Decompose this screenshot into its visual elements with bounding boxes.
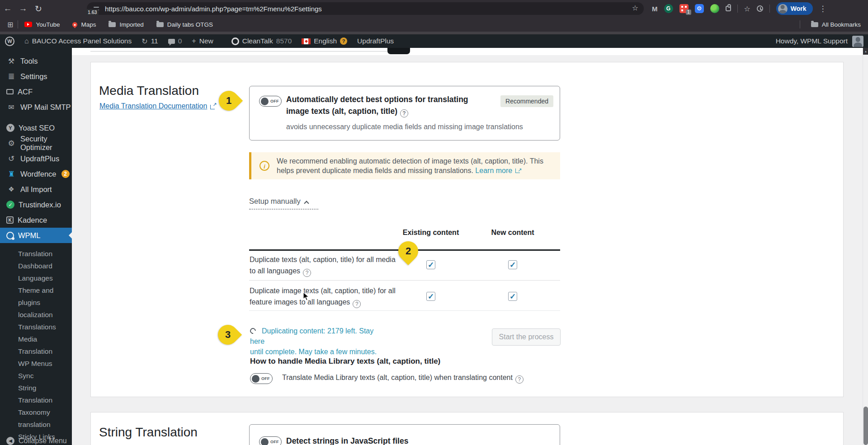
forward-icon[interactable]: → bbox=[15, 4, 31, 14]
sidebar-item-yoast-seo[interactable]: Yoast SEO bbox=[0, 120, 72, 136]
sidebar-item-all-import[interactable]: All Import bbox=[0, 182, 72, 197]
rate-badge: 1.63 bbox=[86, 9, 99, 15]
sidebar-item-tools[interactable]: Tools bbox=[0, 53, 72, 69]
cleantalk-menu[interactable]: CleanTalk 8570 bbox=[226, 34, 297, 48]
apps-grid-icon[interactable]: ⊞ bbox=[7, 20, 13, 29]
submenu-translation-dashboard[interactable]: Translation Dashboard bbox=[0, 248, 72, 272]
collapse-label: Collapse Menu bbox=[19, 437, 67, 445]
checkbox-existing-feature-images[interactable] bbox=[426, 292, 435, 301]
updraftplus-menu[interactable]: UpdraftPlus bbox=[352, 34, 399, 48]
menu-label: Wordfence bbox=[20, 170, 57, 178]
folder-icon bbox=[811, 22, 818, 27]
bookmark-imported[interactable]: Imported bbox=[108, 21, 143, 28]
side-panel-star-icon[interactable]: ☆ bbox=[744, 5, 750, 13]
media-translation-documentation-link[interactable]: Media Translation Documentation bbox=[99, 102, 216, 110]
all-bookmarks-button[interactable]: All Bookmarks bbox=[811, 21, 861, 28]
monica-extension-icon[interactable]: M bbox=[652, 5, 658, 13]
extensions-puzzle-icon[interactable] bbox=[726, 6, 731, 11]
new-content-menu[interactable]: + New bbox=[187, 34, 218, 48]
auto-detect-toggle[interactable]: OFF bbox=[259, 96, 282, 107]
media-translation-section: Media Translation Media Translation Docu… bbox=[90, 62, 844, 397]
help-icon[interactable]: ? bbox=[400, 109, 408, 117]
updates-count: 11 bbox=[151, 37, 158, 45]
sidebar-item-wpml[interactable]: WPML bbox=[0, 228, 72, 243]
url-bar[interactable]: https://bauco.com/wp-admin/admin.php?pag… bbox=[87, 2, 644, 15]
media-library-heading: How to handle Media Library texts (alt, … bbox=[250, 357, 440, 366]
help-icon[interactable]: ? bbox=[303, 269, 311, 277]
help-icon[interactable]: ? bbox=[353, 300, 361, 308]
external-link-icon bbox=[210, 103, 216, 109]
extension-badge: 1 bbox=[686, 9, 691, 15]
comments-menu[interactable]: 0 bbox=[163, 34, 187, 48]
sidebar-item-security-optimizer[interactable]: Security Optimizer bbox=[0, 136, 72, 151]
acf-icon bbox=[6, 89, 14, 94]
help-icon[interactable]: ? bbox=[515, 375, 524, 384]
sidebar-item-kadence[interactable]: Kadence bbox=[0, 212, 72, 228]
bookmark-youtube[interactable]: YouTube bbox=[24, 21, 60, 28]
sidebar-item-settings[interactable]: Settings bbox=[0, 69, 72, 84]
submenu-media-translation[interactable]: Media Translation bbox=[0, 333, 72, 357]
scrollbar-thumb[interactable] bbox=[863, 407, 868, 445]
account-menu[interactable]: Howdy, WPML Support bbox=[776, 36, 863, 47]
plus-icon: + bbox=[192, 37, 196, 45]
sidebar-item-trustindex[interactable]: Trustindex.io bbox=[0, 197, 72, 212]
media-library-toggle[interactable]: OFF bbox=[250, 373, 273, 384]
browser-menu-icon[interactable]: ⋮ bbox=[819, 4, 827, 14]
scrolled-element-remnant bbox=[387, 48, 410, 54]
divider bbox=[737, 5, 738, 13]
kadence-icon bbox=[6, 216, 14, 224]
back-icon[interactable]: ← bbox=[0, 4, 15, 14]
grammarly-extension-icon[interactable]: G bbox=[664, 4, 673, 13]
sidebar-item-acf[interactable]: ACF bbox=[0, 84, 72, 99]
comments-icon bbox=[168, 39, 175, 44]
browser-profile-button[interactable]: Work bbox=[776, 2, 813, 15]
sidebar-item-updraftplus[interactable]: UpdraftPlus bbox=[0, 151, 72, 166]
external-link-icon bbox=[515, 167, 521, 173]
setup-manually-link[interactable]: Setup manually bbox=[249, 197, 318, 210]
sidebar-item-wp-mail-smtp[interactable]: WP Mail SMTP bbox=[0, 99, 72, 115]
updates-menu[interactable]: ↻ 11 bbox=[137, 34, 163, 48]
duplicating-status-link[interactable]: Duplicating content: 2179 left. Stay her… bbox=[250, 326, 386, 357]
screen: ← → ↻ https://bauco.com/wp-admin/admin.p… bbox=[0, 0, 868, 445]
site-name-menu[interactable]: ⌂ BAUCO Access Panel Solutions bbox=[19, 34, 137, 48]
currency-extension-icon[interactable] bbox=[710, 4, 719, 13]
submenu-theme-plugins-localization[interactable]: Theme and plugins localization bbox=[0, 284, 72, 321]
red-extension-icon[interactable]: 1 bbox=[679, 4, 689, 13]
submenu-string-translation[interactable]: String Translation bbox=[0, 382, 72, 406]
language-menu[interactable]: English ? bbox=[297, 34, 352, 48]
settings-extension-icon[interactable]: ⚙ bbox=[695, 4, 704, 13]
extensions-row: M G 1 ⚙ ☆ Work ⋮ bbox=[652, 0, 827, 17]
menu-label: WP Mail SMTP bbox=[20, 103, 71, 112]
start-process-button[interactable]: Start the process bbox=[492, 328, 561, 346]
checkbox-new-feature-images[interactable] bbox=[508, 292, 517, 301]
submenu-translations[interactable]: Translations bbox=[0, 321, 72, 333]
bookmark-daily-tabs-otgs[interactable]: Daily tabs OTGS bbox=[156, 21, 213, 28]
detect-strings-toggle[interactable]: OFF bbox=[259, 436, 282, 445]
reload-icon[interactable]: ↻ bbox=[31, 4, 46, 14]
bookmark-star-icon[interactable]: ☆ bbox=[632, 4, 638, 12]
table-row-label: Duplicate texts (alt, caption, title) fo… bbox=[250, 254, 401, 277]
divider bbox=[800, 20, 800, 28]
history-icon[interactable] bbox=[757, 5, 763, 12]
wpml-submenu: Translation Dashboard Languages Theme an… bbox=[0, 243, 72, 445]
wordfence-castle-icon bbox=[6, 169, 16, 179]
cleantalk-count: 8570 bbox=[276, 37, 292, 45]
submenu-taxonomy-translation[interactable]: Taxonomy translation bbox=[0, 406, 72, 431]
new-label: New bbox=[199, 37, 213, 45]
trustindex-check-icon bbox=[6, 201, 14, 209]
learn-more-link[interactable]: Learn more bbox=[475, 167, 512, 174]
envelope-icon bbox=[6, 103, 16, 112]
checkbox-new-all-media[interactable] bbox=[508, 260, 517, 269]
chevron-up-icon bbox=[304, 201, 309, 206]
browser-toolbar: ← → ↻ https://bauco.com/wp-admin/admin.p… bbox=[0, 0, 868, 17]
sidebar-item-wordfence[interactable]: Wordfence 2 bbox=[0, 166, 72, 182]
bookmark-maps[interactable]: Maps bbox=[72, 21, 96, 28]
submenu-wp-menus-sync[interactable]: WP Menus Sync bbox=[0, 357, 72, 382]
collapse-menu-button[interactable]: ◀ Collapse Menu bbox=[0, 433, 67, 445]
section-title: Media Translation bbox=[99, 84, 199, 98]
checkbox-existing-all-media[interactable] bbox=[426, 260, 435, 269]
scrollbar-up-arrow[interactable]: ▲ bbox=[863, 48, 868, 55]
submenu-languages[interactable]: Languages bbox=[0, 272, 72, 284]
wordpress-logo-menu[interactable]: W bbox=[0, 34, 19, 48]
menu-label: Settings bbox=[20, 72, 47, 81]
